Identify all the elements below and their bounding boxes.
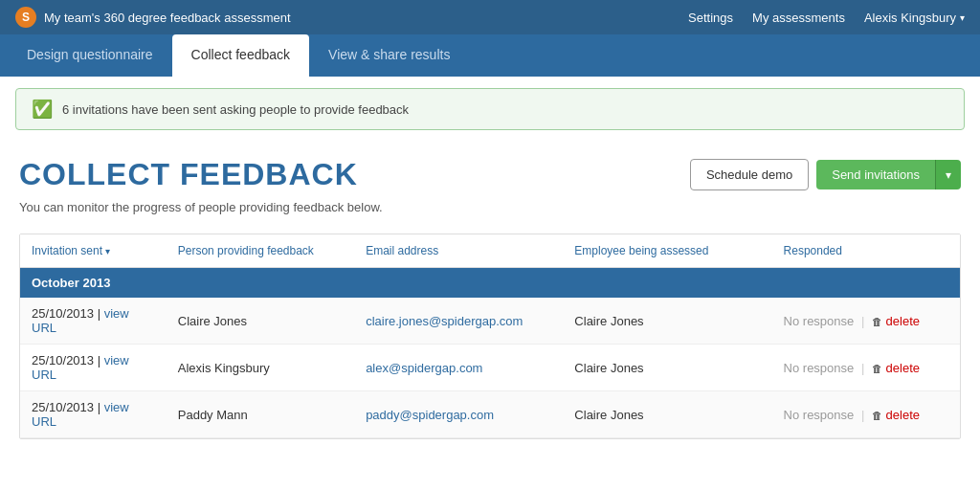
tab-bar: Design questionnaire Collect feedback Vi… <box>0 34 980 77</box>
cell-date-3: 25/10/2013 | view URL <box>20 391 167 438</box>
trash-icon-2: 🗑 <box>872 363 882 374</box>
sort-icon: ▾ <box>105 246 110 256</box>
send-invitations-dropdown-button[interactable]: ▾ <box>935 160 961 189</box>
cell-person-1: Claire Jones <box>167 298 354 345</box>
send-invitations-button-group: Send invitations ▾ <box>816 160 961 189</box>
app-logo: S <box>15 7 36 28</box>
cell-employee-2: Claire Jones <box>563 345 771 391</box>
app-header: S My team's 360 degree feedback assessme… <box>0 0 980 34</box>
pipe-sep-2: | <box>98 353 104 368</box>
alert-banner: ✅ 6 invitations have been sent asking pe… <box>15 88 965 130</box>
col-header-invitation-sent[interactable]: Invitation sent ▾ <box>20 234 167 268</box>
cell-email-1: claire.jones@spidergap.com <box>354 298 563 345</box>
no-response-label-1: No response <box>784 314 855 328</box>
col-header-email: Email address <box>354 234 563 268</box>
action-buttons: Schedule demo Send invitations ▾ <box>690 159 961 190</box>
cell-date-1: 25/10/2013 | view URL <box>20 298 167 345</box>
page-title: COLLECT FEEDBACK <box>19 157 358 192</box>
main-content: COLLECT FEEDBACK Schedule demo Send invi… <box>0 142 980 455</box>
cell-person-2: Alexis Kingsbury <box>167 345 354 391</box>
cell-employee-1: Claire Jones <box>563 298 771 345</box>
table-row: 25/10/2013 | view URL Claire Jones clair… <box>20 298 960 345</box>
pipe-sep-1: | <box>98 306 104 321</box>
group-header-october: October 2013 <box>20 268 960 299</box>
cell-responded-1: No response | 🗑 delete <box>772 298 960 345</box>
invitations-table-wrapper: Invitation sent ▾ Person providing feedb… <box>19 234 961 439</box>
email-link-1[interactable]: claire.jones@spidergap.com <box>366 314 523 328</box>
separator-2: | <box>861 361 864 375</box>
table-header: Invitation sent ▾ Person providing feedb… <box>20 234 960 268</box>
no-response-label-2: No response <box>784 361 855 375</box>
tab-collect[interactable]: Collect feedback <box>172 34 310 77</box>
separator-3: | <box>861 408 864 422</box>
cell-person-3: Paddy Mann <box>167 391 354 438</box>
col-header-person: Person providing feedback <box>167 234 354 268</box>
invitations-table: Invitation sent ▾ Person providing feedb… <box>20 234 960 438</box>
user-name: Alexis Kingsbury <box>864 11 956 25</box>
cell-employee-3: Claire Jones <box>563 391 771 438</box>
table-row: 25/10/2013 | view URL Paddy Mann paddy@s… <box>20 391 960 438</box>
page-subtitle: You can monitor the progress of people p… <box>19 200 961 214</box>
table-body: October 2013 25/10/2013 | view URL Clair… <box>20 268 960 438</box>
caret-down-icon: ▾ <box>946 168 951 182</box>
cell-responded-2: No response | 🗑 delete <box>772 345 960 391</box>
page-header: COLLECT FEEDBACK Schedule demo Send invi… <box>19 157 961 192</box>
table-row: 25/10/2013 | view URL Alexis Kingsbury a… <box>20 345 960 391</box>
alert-message: 6 invitations have been sent asking peop… <box>62 102 409 117</box>
col-header-responded: Responded <box>772 234 960 268</box>
header-left: S My team's 360 degree feedback assessme… <box>15 7 291 28</box>
settings-link[interactable]: Settings <box>688 11 733 25</box>
check-circle-icon: ✅ <box>32 99 53 120</box>
schedule-demo-button[interactable]: Schedule demo <box>690 159 809 190</box>
tab-design[interactable]: Design questionnaire <box>8 34 172 77</box>
cell-email-2: alex@spidergap.com <box>354 345 563 391</box>
cell-responded-3: No response | 🗑 delete <box>772 391 960 438</box>
cell-date-2: 25/10/2013 | view URL <box>20 345 167 391</box>
my-assessments-link[interactable]: My assessments <box>752 11 845 25</box>
header-nav: Settings My assessments Alexis Kingsbury… <box>688 11 965 25</box>
trash-icon-1: 🗑 <box>872 316 882 327</box>
delete-link-1[interactable]: delete <box>886 314 920 328</box>
trash-icon-3: 🗑 <box>872 410 882 421</box>
no-response-label-3: No response <box>784 408 855 422</box>
group-header-label: October 2013 <box>20 268 960 299</box>
delete-link-2[interactable]: delete <box>886 361 920 375</box>
separator-1: | <box>861 314 864 328</box>
cell-email-3: paddy@spidergap.com <box>354 391 563 438</box>
email-link-3[interactable]: paddy@spidergap.com <box>366 408 494 422</box>
send-invitations-button[interactable]: Send invitations <box>816 160 935 189</box>
chevron-down-icon: ▾ <box>960 12 965 23</box>
col-header-employee: Employee being assessed <box>563 234 771 268</box>
delete-link-3[interactable]: delete <box>886 408 920 422</box>
pipe-sep-3: | <box>98 400 104 414</box>
user-menu[interactable]: Alexis Kingsbury ▾ <box>864 11 965 25</box>
tab-view[interactable]: View & share results <box>309 34 469 77</box>
app-title: My team's 360 degree feedback assessment <box>44 11 291 25</box>
email-link-2[interactable]: alex@spidergap.com <box>366 361 482 375</box>
